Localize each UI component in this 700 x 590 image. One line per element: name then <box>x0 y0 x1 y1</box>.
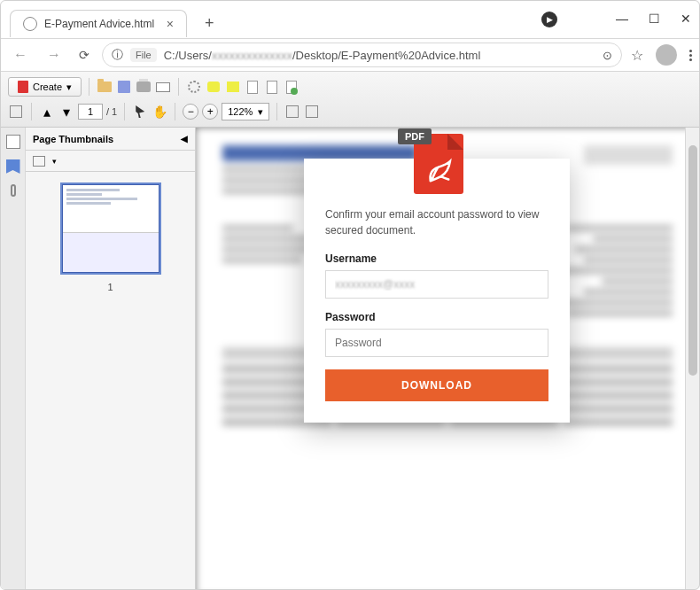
username-label: Username <box>325 252 548 265</box>
comment-button[interactable] <box>206 79 222 95</box>
tab-title: E-Payment Advice.html <box>44 18 154 30</box>
browser-tab[interactable]: E-Payment Advice.html × <box>10 10 187 37</box>
url-text: C:/Users/xxxxxxxxxxxxxx/Desktop/E-Paymen… <box>164 49 595 62</box>
email-button[interactable] <box>155 79 171 95</box>
thumbnails-toggle[interactable] <box>8 104 24 120</box>
username-input[interactable] <box>325 270 548 299</box>
tab-close-button[interactable]: × <box>167 17 174 31</box>
reload-button[interactable]: ⟳ <box>75 48 93 62</box>
doc-tool-2[interactable] <box>264 79 280 95</box>
pdf-badge-label: PDF <box>398 128 432 144</box>
maximize-button[interactable]: ☐ <box>648 12 660 25</box>
create-icon <box>18 81 28 93</box>
page-up-button[interactable]: ▴ <box>39 104 55 120</box>
collapse-sidebar-button[interactable]: ◀ <box>181 134 188 144</box>
zoom-out-button[interactable]: − <box>183 104 198 120</box>
hand-tool[interactable]: ✋ <box>152 104 167 120</box>
bookmarks-tab-icon[interactable] <box>6 159 20 174</box>
create-button[interactable]: Create ▾ <box>8 77 82 97</box>
doc-tool-1[interactable] <box>245 79 261 95</box>
doc-tool-3[interactable] <box>284 79 299 95</box>
dropdown-caret-icon: ▾ <box>66 82 72 93</box>
settings-button[interactable] <box>186 79 202 95</box>
password-label: Password <box>325 311 548 323</box>
address-bar[interactable]: ⓘ File C:/Users/xxxxxxxxxxxxxx/Desktop/E… <box>102 43 622 67</box>
back-button[interactable]: ← <box>8 47 33 63</box>
page-thumbnails-tab-icon[interactable] <box>6 135 20 149</box>
fit-width-button[interactable] <box>304 104 320 120</box>
highlight-button[interactable] <box>225 79 241 95</box>
print-button[interactable] <box>136 79 152 95</box>
sidebar-title: Page Thumbnails <box>33 134 113 144</box>
sidebar-options-caret[interactable]: ▾ <box>52 157 57 166</box>
close-window-button[interactable]: ✕ <box>680 12 692 25</box>
page-total-label: / 1 <box>106 106 117 117</box>
open-button[interactable] <box>97 79 113 95</box>
page-thumbnail-1[interactable] <box>62 184 159 273</box>
zoom-select[interactable]: 122%▾ <box>222 103 269 120</box>
zoom-in-button[interactable]: + <box>202 104 218 120</box>
sidebar-options-button[interactable] <box>33 156 45 167</box>
sidebar: Page Thumbnails ◀ ▾ 1 <box>1 128 196 590</box>
page-number-input[interactable] <box>78 104 103 120</box>
media-playing-badge: ▶ <box>541 12 557 27</box>
scrollbar-thumb[interactable] <box>688 145 697 376</box>
create-label: Create <box>33 82 62 92</box>
document-viewport[interactable]: PCrisk .com PDF Confirm your email accou… <box>196 128 699 590</box>
search-icon[interactable]: ⊙ <box>603 49 612 62</box>
info-icon[interactable]: ⓘ <box>112 47 123 63</box>
profile-avatar[interactable] <box>656 44 677 66</box>
attachments-tab-icon[interactable] <box>11 184 16 197</box>
select-tool[interactable] <box>132 104 148 120</box>
address-bar-row: ← → ⟳ ⓘ File C:/Users/xxxxxxxxxxxxxx/Des… <box>1 38 699 72</box>
file-scheme-pill: File <box>130 48 157 62</box>
pdf-icon: PDF <box>410 132 463 194</box>
pdf-toolbar: Create ▾ ▴ ▾ / 1 ✋ − + 122%▾ <box>1 72 699 128</box>
forward-button[interactable]: → <box>42 47 66 63</box>
minimize-button[interactable]: — <box>616 12 628 25</box>
password-input[interactable] <box>325 329 548 357</box>
save-button[interactable] <box>116 79 132 95</box>
modal-message: Confirm your email account password to v… <box>325 206 548 238</box>
browser-menu-button[interactable] <box>689 50 692 61</box>
favicon-icon <box>23 17 37 31</box>
new-tab-button[interactable]: + <box>196 14 223 33</box>
vertical-scrollbar[interactable] <box>685 128 699 590</box>
fit-page-button[interactable] <box>284 104 300 120</box>
bookmark-star-icon[interactable]: ☆ <box>631 47 643 64</box>
credential-modal: PDF Confirm your email account password … <box>304 159 570 423</box>
download-button[interactable]: DOWNLOAD <box>325 369 548 401</box>
page-down-button[interactable]: ▾ <box>58 104 74 120</box>
thumbnail-page-number: 1 <box>107 282 113 292</box>
